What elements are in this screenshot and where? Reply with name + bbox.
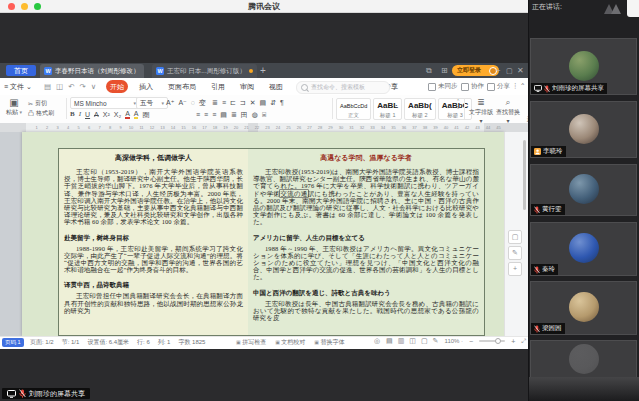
cut-button[interactable]: ✂剪切 — [28, 99, 47, 108]
char-format-icon[interactable]: B — [70, 110, 75, 119]
share-button[interactable]: 分享 — [487, 82, 510, 91]
apps-grid-icon[interactable]: ⊞ — [441, 66, 448, 76]
participant-tile[interactable]: 秦玲 — [530, 222, 637, 276]
file-menu[interactable]: ≡ 文件 ⌄ — [4, 82, 32, 92]
font-scale-icon[interactable]: A⁺ — [166, 98, 174, 107]
font-scale-icon[interactable]: 变 — [199, 98, 206, 107]
zoom-slider[interactable] — [479, 340, 505, 342]
menu-引用[interactable]: 引用 — [207, 80, 229, 93]
participant-tile[interactable]: 梁园园 — [530, 281, 637, 335]
font-name-select[interactable]: MS Mincho▾ — [70, 97, 140, 109]
char-format-icon[interactable]: U — [85, 110, 90, 119]
format-painter-button[interactable]: 凸格式刷 — [28, 109, 54, 118]
participant-tile[interactable]: 李晓玲 — [530, 101, 637, 158]
quick-tool-icon[interactable]: ✎ — [508, 246, 522, 260]
list-icon[interactable]: ✕ — [250, 98, 256, 107]
paragraph-icons[interactable]: ≡≡≡▤≣田◍⌸ — [196, 110, 266, 119]
list-icon[interactable]: ⊐ — [240, 98, 246, 107]
quick-tool-icon[interactable]: ▢ — [508, 230, 522, 244]
paragraph-icon[interactable]: ≡ — [196, 110, 200, 119]
menu-页面布局[interactable]: 页面布局 — [164, 80, 200, 93]
fullscreen-icon[interactable]: ⤢ — [521, 338, 526, 345]
view-mode-icons[interactable]: ▤▥◫▢✎ — [386, 337, 438, 345]
sync-status-button[interactable]: 未同步 — [428, 82, 458, 91]
command-search-input[interactable]: 查找命令、搜索模板 — [296, 81, 390, 94]
close-icon[interactable]: ✕ — [517, 66, 524, 76]
table-cell-chinese[interactable]: 高深做学科，低调做学人王宏印（1953-2019），南开大学外国语学院英语系教授… — [58, 148, 249, 336]
styles-scroll-arrows[interactable]: ⌃⌄ — [456, 98, 460, 110]
document-page[interactable]: 高深做学科，低调做学人王宏印（1953-2019），南开大学外国语学院英语系教授… — [22, 132, 504, 336]
quick-icon[interactable]: ◫ — [56, 82, 63, 91]
view-mode-icon[interactable]: ▤ — [386, 337, 393, 345]
restore-icon[interactable]: ▢ — [506, 66, 513, 76]
status-tool-文档校对[interactable]: 文档校对 — [275, 338, 305, 347]
view-mode-icon[interactable]: ◫ — [409, 337, 416, 345]
minimize-icon[interactable]: − — [496, 66, 501, 76]
wps-home-tab[interactable]: 首页 — [6, 65, 36, 76]
view-mode-icon[interactable]: ✎ — [433, 337, 439, 345]
font-scale-icons[interactable]: A⁺A⁻◌变 — [166, 98, 206, 107]
quick-icon[interactable]: ↶ — [68, 82, 74, 91]
list-icon[interactable]: ⊏ — [230, 98, 236, 107]
list-icon[interactable]: ≣ — [212, 98, 218, 107]
quick-tool-icon[interactable]: + — [508, 262, 522, 276]
style-正文[interactable]: AaBbCcDd正文 — [336, 98, 371, 120]
font-size-select[interactable]: 五号▾ — [136, 97, 168, 109]
char-format-icon[interactable]: X² — [103, 110, 110, 119]
quick-access-toolbar[interactable]: ▤◫↶↷∨ — [44, 82, 96, 91]
status-check-tools[interactable]: 拼写检查文档校对替换字体 — [236, 338, 344, 347]
char-format-icons[interactable]: BIUAX²X₂AA圈 — [70, 110, 149, 119]
zoom-level[interactable]: 110% · — [444, 338, 463, 344]
char-format-icon[interactable]: A — [134, 110, 139, 119]
list-icon[interactable]: ⇵ — [270, 98, 276, 107]
list-indent-icons[interactable]: ≣≡⊏⊐✕▤⇵¶ — [212, 98, 284, 107]
style-标题 2[interactable]: AaBb(标题 2 — [404, 98, 436, 120]
view-mode-icon[interactable]: ▥ — [398, 337, 405, 345]
participant-tile[interactable] — [530, 340, 637, 380]
status-tool-拼写检查[interactable]: 拼写检查 — [236, 338, 266, 347]
zoom-slider-knob[interactable] — [495, 338, 501, 344]
paste-button[interactable]: ▣ 粘贴 ▾ — [4, 97, 24, 117]
font-scale-icon[interactable]: A⁻ — [178, 98, 186, 107]
zoom-in-icon[interactable]: + — [511, 338, 515, 345]
paragraph-icon[interactable]: 田 — [241, 110, 248, 119]
char-format-icon[interactable]: A — [94, 110, 99, 119]
quick-icon[interactable]: ▤ — [44, 82, 51, 91]
new-tab-button[interactable]: + — [260, 64, 266, 78]
tool-文字排版[interactable]: ≣文字排版 ▾ — [468, 97, 494, 124]
char-format-icon[interactable]: X₂ — [114, 110, 121, 119]
vertical-scrollbar[interactable] — [523, 140, 526, 210]
paragraph-icon[interactable]: ▤ — [220, 110, 227, 119]
paragraph-icon[interactable]: ⌸ — [262, 110, 266, 119]
menu-插入[interactable]: 插入 — [135, 80, 157, 93]
collapse-ribbon-icon[interactable]: ⌃ — [520, 82, 525, 90]
list-icon[interactable]: ≡ — [222, 98, 226, 107]
view-mode-icon[interactable]: ▢ — [421, 337, 428, 345]
paragraph-icon[interactable]: ≡ — [204, 110, 208, 119]
more-menu-icon[interactable]: ⋮ — [512, 82, 519, 90]
char-format-icon[interactable]: A — [125, 110, 130, 119]
list-icon[interactable]: ¶ — [280, 98, 284, 107]
paragraph-icon[interactable]: ≣ — [231, 110, 237, 119]
status-tool-替换字体[interactable]: 替换字体 — [314, 338, 344, 347]
tool-查找替换[interactable]: ⌕查找替换 ▾ — [495, 97, 521, 124]
font-scale-icon[interactable]: ◌ — [191, 98, 195, 107]
char-format-icon[interactable]: 圈 — [142, 110, 149, 119]
participant-tile[interactable]: 刘雨珍的屏幕共享 — [530, 38, 637, 95]
quick-icon[interactable]: ↷ — [79, 82, 85, 91]
participant-tile[interactable]: 黄行雯 — [530, 164, 637, 216]
collaborate-button[interactable]: 协作 — [461, 82, 484, 91]
menu-开始[interactable]: 开始 — [106, 80, 128, 93]
style-标题 1[interactable]: AaBĿ标题 1 — [373, 98, 402, 120]
paragraph-icon[interactable]: ≡ — [212, 110, 216, 119]
menu-审阅[interactable]: 审阅 — [236, 80, 258, 93]
doc-tab-1[interactable]: W 李春野日本语（刘周彤修改） — [40, 64, 144, 78]
eye-protection-icon[interactable]: ◎ — [374, 337, 380, 345]
window-layout-icon[interactable]: ⧉ — [426, 66, 432, 76]
doc-tab-2[interactable]: W 王宏印 日本...周彤修订版） — [152, 64, 257, 78]
table-cell-japanese[interactable]: 高邁なる学問、温厚なる学者王宏印教授(1953-2019)は、南開大学外国語学院… — [248, 148, 485, 336]
list-icon[interactable]: ▤ — [260, 98, 267, 107]
menu-视图[interactable]: 视图 — [265, 80, 287, 93]
paragraph-icon[interactable]: ◍ — [252, 110, 258, 119]
login-button[interactable]: 立即登录 — [452, 65, 499, 76]
